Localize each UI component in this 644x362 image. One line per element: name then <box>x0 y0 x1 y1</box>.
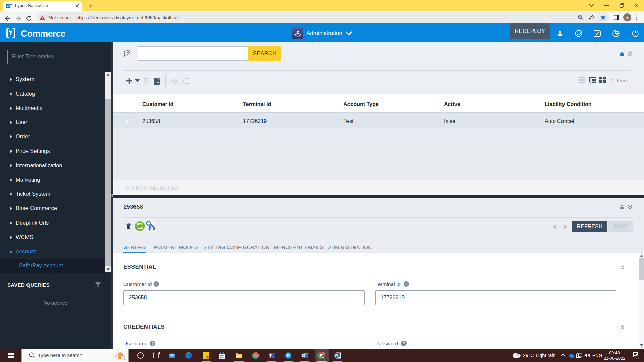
svg-text:CSV: CSV <box>155 81 160 84</box>
svg-text:SAP: SAP <box>7 4 12 7</box>
svg-text:3: 3 <box>637 355 639 359</box>
svg-text:A: A <box>322 356 324 359</box>
svg-text:T: T <box>270 354 272 358</box>
svg-text:W: W <box>335 354 338 357</box>
svg-text:S: S <box>287 353 290 358</box>
svg-text:2: 2 <box>272 356 274 359</box>
